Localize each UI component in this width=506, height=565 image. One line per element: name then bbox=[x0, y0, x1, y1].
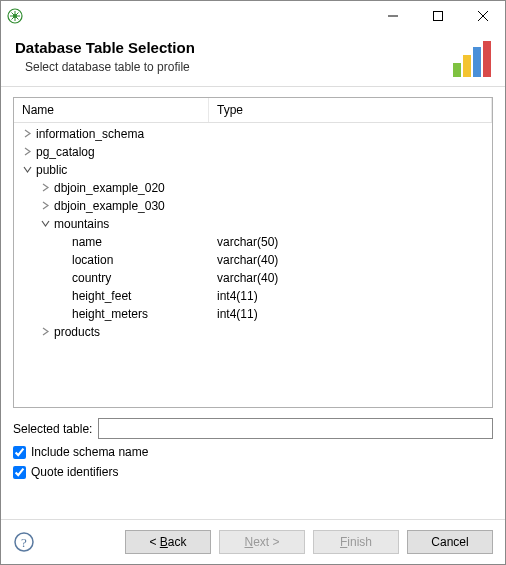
cancel-button[interactable]: Cancel bbox=[407, 530, 493, 554]
help-button[interactable]: ? bbox=[13, 531, 35, 553]
include-schema-label[interactable]: Include schema name bbox=[31, 445, 148, 459]
tree-row[interactable]: height_metersint4(11) bbox=[14, 305, 492, 323]
wizard-footer: ? < Back Next > Finish Cancel bbox=[1, 519, 505, 564]
chevron-right-icon[interactable] bbox=[38, 201, 52, 212]
tree-row[interactable]: information_schema bbox=[14, 125, 492, 143]
help-icon: ? bbox=[14, 532, 34, 552]
tree-rows: information_schemapg_catalogpublicdbjoin… bbox=[14, 123, 492, 407]
chevron-down-icon[interactable] bbox=[38, 219, 52, 230]
tree-row[interactable]: products bbox=[14, 323, 492, 341]
tree-node-label: height_feet bbox=[72, 289, 131, 303]
column-header-type[interactable]: Type bbox=[209, 98, 492, 122]
tree-row[interactable]: pg_catalog bbox=[14, 143, 492, 161]
tree-row[interactable]: public bbox=[14, 161, 492, 179]
chevron-down-icon[interactable] bbox=[20, 165, 34, 176]
include-schema-checkbox[interactable] bbox=[13, 446, 26, 459]
svg-rect-2 bbox=[433, 12, 442, 21]
chevron-right-icon[interactable] bbox=[20, 147, 34, 158]
page-subtitle: Select database table to profile bbox=[25, 60, 491, 74]
quote-identifiers-row: Quote identifiers bbox=[13, 465, 493, 479]
tree-node-label: mountains bbox=[54, 217, 109, 231]
back-button[interactable]: < Back bbox=[125, 530, 211, 554]
tree-row[interactable]: locationvarchar(40) bbox=[14, 251, 492, 269]
tree-node-label: height_meters bbox=[72, 307, 148, 321]
tree-node-label: information_schema bbox=[36, 127, 144, 141]
tree-node-label: location bbox=[72, 253, 113, 267]
next-button: Next > bbox=[219, 530, 305, 554]
titlebar bbox=[1, 1, 505, 31]
quote-identifiers-checkbox[interactable] bbox=[13, 466, 26, 479]
include-schema-row: Include schema name bbox=[13, 445, 493, 459]
tree-node-label: dbjoin_example_020 bbox=[54, 181, 165, 195]
selected-table-row: Selected table: bbox=[13, 418, 493, 439]
app-icon bbox=[7, 8, 23, 24]
quote-identifiers-label[interactable]: Quote identifiers bbox=[31, 465, 118, 479]
close-button[interactable] bbox=[460, 1, 505, 31]
finish-button: Finish bbox=[313, 530, 399, 554]
svg-rect-6 bbox=[483, 41, 491, 77]
minimize-button[interactable] bbox=[370, 1, 415, 31]
tree-node-type: int4(11) bbox=[209, 307, 492, 321]
tree-header: Name Type bbox=[14, 98, 492, 123]
tree-node-type: varchar(50) bbox=[209, 235, 492, 249]
tree-node-label: country bbox=[72, 271, 111, 285]
tree-node-type: varchar(40) bbox=[209, 253, 492, 267]
tree-row[interactable]: namevarchar(50) bbox=[14, 233, 492, 251]
maximize-icon bbox=[433, 11, 443, 21]
chevron-right-icon[interactable] bbox=[38, 327, 52, 338]
tree-row[interactable]: dbjoin_example_030 bbox=[14, 197, 492, 215]
column-header-name[interactable]: Name bbox=[14, 98, 209, 122]
tree-node-label: name bbox=[72, 235, 102, 249]
selected-table-input[interactable] bbox=[98, 418, 493, 439]
close-icon bbox=[478, 11, 488, 21]
tree-row[interactable]: mountains bbox=[14, 215, 492, 233]
svg-text:?: ? bbox=[21, 535, 27, 550]
svg-rect-5 bbox=[473, 47, 481, 77]
svg-rect-4 bbox=[463, 55, 471, 77]
table-tree: Name Type information_schemapg_catalogpu… bbox=[13, 97, 493, 408]
tree-node-type: int4(11) bbox=[209, 289, 492, 303]
tree-row[interactable]: dbjoin_example_020 bbox=[14, 179, 492, 197]
tree-row[interactable]: height_feetint4(11) bbox=[14, 287, 492, 305]
wizard-header: Database Table Selection Select database… bbox=[1, 31, 505, 87]
svg-point-1 bbox=[13, 14, 17, 18]
maximize-button[interactable] bbox=[415, 1, 460, 31]
tree-row[interactable]: countryvarchar(40) bbox=[14, 269, 492, 287]
bars-icon bbox=[451, 37, 495, 84]
page-title: Database Table Selection bbox=[15, 39, 491, 56]
chevron-right-icon[interactable] bbox=[20, 129, 34, 140]
tree-node-type: varchar(40) bbox=[209, 271, 492, 285]
svg-rect-3 bbox=[453, 63, 461, 77]
tree-node-label: pg_catalog bbox=[36, 145, 95, 159]
wizard-body: Name Type information_schemapg_catalogpu… bbox=[1, 87, 505, 519]
tree-node-label: public bbox=[36, 163, 67, 177]
minimize-icon bbox=[388, 11, 398, 21]
selected-table-label: Selected table: bbox=[13, 422, 92, 436]
tree-node-label: products bbox=[54, 325, 100, 339]
tree-node-label: dbjoin_example_030 bbox=[54, 199, 165, 213]
chevron-right-icon[interactable] bbox=[38, 183, 52, 194]
